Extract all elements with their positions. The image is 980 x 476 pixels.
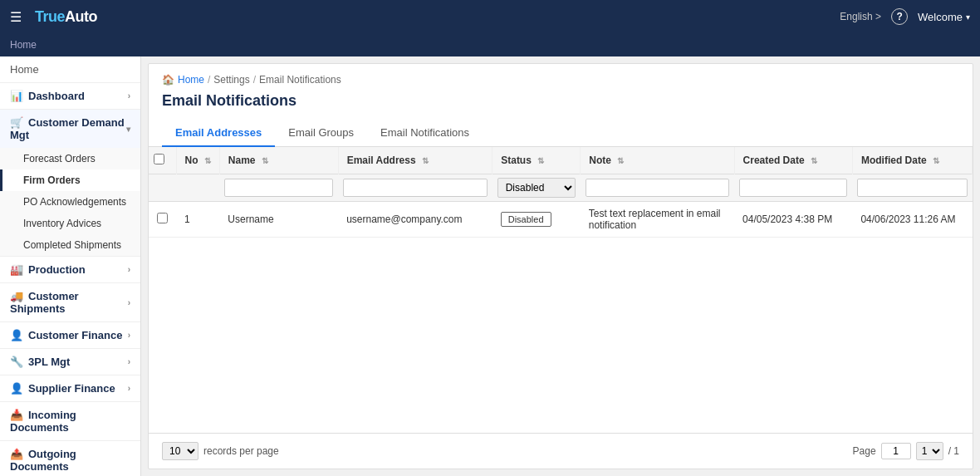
sidebar-item-forecast-orders[interactable]: Forecast Orders bbox=[0, 148, 140, 169]
pagination: 10 25 50 records per page Page 1 / 1 bbox=[149, 433, 973, 469]
home-nav-link[interactable]: Home bbox=[10, 39, 37, 51]
help-button[interactable]: ? bbox=[891, 8, 908, 25]
sidebar-item-inventory-advices[interactable]: Inventory Advices bbox=[0, 213, 140, 234]
th-created-date[interactable]: Created Date ⇅ bbox=[734, 147, 852, 174]
topnav-right: English > ? Welcome ▾ bbox=[840, 8, 970, 25]
th-modified-label: Modified Date bbox=[861, 155, 927, 166]
sidebar-item-3pl-mgt[interactable]: 🔧3PL Mgt › bbox=[0, 349, 140, 375]
tab-email-notifications[interactable]: Email Notifications bbox=[367, 120, 483, 147]
sidebar-item-outgoing-documents[interactable]: 📤Outgoing Documents bbox=[0, 441, 140, 476]
th-modified-date[interactable]: Modified Date ⇅ bbox=[852, 147, 972, 174]
sidebar-section-incoming-documents: 📥Incoming Documents bbox=[0, 402, 140, 441]
supplier-finance-chevron-icon: › bbox=[128, 384, 130, 393]
row-status: Disabled bbox=[492, 202, 581, 238]
sidebar-item-customer-demand-mgt[interactable]: 🛒Customer Demand Mgt ▾ bbox=[0, 110, 140, 148]
sidebar-section-customer-shipments: 🚚Customer Shipments › bbox=[0, 283, 140, 322]
sidebar-item-customer-shipments[interactable]: 🚚Customer Shipments › bbox=[0, 283, 140, 321]
sort-status-icon: ⇅ bbox=[537, 156, 544, 165]
sidebar-item-incoming-documents[interactable]: 📥Incoming Documents bbox=[0, 402, 140, 440]
filter-name-cell bbox=[219, 174, 338, 202]
sidebar-item-customer-finance[interactable]: 👤Customer Finance › bbox=[0, 322, 140, 348]
sidebar-label-3pl-mgt: 3PL Mgt bbox=[28, 356, 70, 368]
customer-shipments-chevron-icon: › bbox=[128, 298, 130, 307]
sort-email-icon: ⇅ bbox=[422, 156, 429, 165]
breadcrumb-sep-1: / bbox=[208, 74, 210, 86]
breadcrumb-home-icon: 🏠 bbox=[162, 74, 174, 86]
tab-email-groups[interactable]: Email Groups bbox=[275, 120, 367, 147]
page-title: Email Notifications bbox=[162, 92, 959, 110]
th-status[interactable]: Status ⇅ bbox=[492, 147, 581, 174]
row-email: username@company.com bbox=[338, 202, 492, 238]
status-badge: Disabled bbox=[501, 212, 551, 227]
customer-finance-icon: 👤 bbox=[10, 329, 23, 341]
th-name[interactable]: Name ⇅ bbox=[219, 147, 338, 174]
th-status-label: Status bbox=[501, 155, 532, 166]
per-page-select[interactable]: 10 25 50 bbox=[162, 442, 198, 460]
hamburger-icon[interactable]: ☰ bbox=[10, 9, 22, 25]
filter-name-input[interactable] bbox=[224, 179, 333, 197]
page-select[interactable]: 1 bbox=[916, 442, 943, 460]
sidebar-section-customer-finance: 👤Customer Finance › bbox=[0, 322, 140, 349]
th-checkbox bbox=[149, 147, 176, 174]
topnav-left: ☰ TrueAuto bbox=[10, 8, 97, 26]
filter-email-input[interactable] bbox=[343, 179, 488, 197]
production-icon: 🏭 bbox=[10, 263, 23, 276]
sidebar-label-production: Production bbox=[28, 263, 86, 276]
sidebar-item-supplier-finance[interactable]: 👤Supplier Finance › bbox=[0, 375, 140, 401]
customer-demand-chevron-icon: ▾ bbox=[126, 125, 130, 134]
row-checkbox-cell bbox=[149, 202, 176, 238]
total-pages-label: / 1 bbox=[948, 445, 959, 457]
breadcrumb-home-link[interactable]: Home bbox=[178, 74, 204, 86]
filter-note-cell bbox=[581, 174, 734, 202]
customer-finance-chevron-icon: › bbox=[128, 331, 130, 340]
table-filter-row: Enabled Disabled bbox=[149, 174, 973, 202]
sort-no-icon: ⇅ bbox=[204, 156, 211, 165]
breadcrumb-sep-2: / bbox=[253, 74, 256, 86]
app-logo: TrueAuto bbox=[35, 8, 97, 26]
sidebar-item-dashboard[interactable]: 📊Dashboard › bbox=[0, 83, 140, 109]
tabs: Email Addresses Email Groups Email Notif… bbox=[149, 120, 973, 147]
welcome-menu[interactable]: Welcome ▾ bbox=[918, 11, 970, 23]
filter-modified-cell bbox=[852, 174, 972, 202]
filter-note-input[interactable] bbox=[586, 179, 729, 197]
th-no[interactable]: No ⇅ bbox=[176, 147, 219, 174]
dashboard-chevron-icon: › bbox=[128, 91, 130, 101]
row-modified-date: 04/06/2023 11:26 AM bbox=[852, 202, 972, 238]
row-checkbox[interactable] bbox=[157, 213, 168, 223]
page-label: Page bbox=[853, 445, 876, 457]
select-all-checkbox[interactable] bbox=[154, 154, 164, 164]
filter-status-cell: Enabled Disabled bbox=[492, 174, 581, 202]
th-email-label: Email Address bbox=[347, 155, 416, 166]
records-per-page-label: records per page bbox=[203, 445, 279, 457]
th-created-label: Created Date bbox=[743, 155, 805, 166]
page-input[interactable] bbox=[881, 443, 911, 459]
breadcrumb: 🏠 Home / Settings / Email Notifications bbox=[162, 74, 959, 86]
production-chevron-icon: › bbox=[128, 265, 130, 274]
language-selector[interactable]: English > bbox=[840, 11, 881, 22]
filter-email-cell bbox=[338, 174, 492, 202]
pagination-left: 10 25 50 records per page bbox=[162, 442, 279, 460]
sidebar-sub-customer-demand-mgt: Forecast Orders Firm Orders PO Acknowled… bbox=[0, 148, 140, 256]
filter-modified-input[interactable] bbox=[857, 179, 967, 197]
filter-status-select[interactable]: Enabled Disabled bbox=[497, 178, 576, 198]
sidebar-item-production[interactable]: 🏭Production › bbox=[0, 257, 140, 282]
sidebar-section-customer-demand-mgt: 🛒Customer Demand Mgt ▾ Forecast Orders F… bbox=[0, 110, 140, 257]
filter-created-input[interactable] bbox=[739, 179, 847, 197]
dashboard-icon: 📊 bbox=[10, 90, 23, 102]
tab-email-addresses[interactable]: Email Addresses bbox=[162, 120, 275, 147]
sidebar-home[interactable]: Home bbox=[0, 56, 140, 83]
th-email[interactable]: Email Address ⇅ bbox=[338, 147, 492, 174]
customer-shipments-icon: 🚚 bbox=[10, 290, 23, 302]
th-note[interactable]: Note ⇅ bbox=[581, 147, 734, 174]
sort-note-icon: ⇅ bbox=[617, 156, 624, 165]
sidebar-label-customer-finance: Customer Finance bbox=[28, 329, 122, 341]
welcome-chevron-icon: ▾ bbox=[966, 12, 970, 22]
row-name: Username bbox=[219, 202, 338, 238]
sidebar-item-po-acknowledgements[interactable]: PO Acknowledgements bbox=[0, 191, 140, 213]
row-no: 1 bbox=[176, 202, 219, 238]
main-header: 🏠 Home / Settings / Email Notifications … bbox=[149, 64, 973, 120]
row-note: Test text replacement in email notificat… bbox=[581, 202, 734, 238]
sort-name-icon: ⇅ bbox=[262, 156, 268, 165]
sidebar-item-completed-shipments[interactable]: Completed Shipments bbox=[0, 234, 140, 256]
sidebar-item-firm-orders[interactable]: Firm Orders bbox=[0, 169, 140, 191]
